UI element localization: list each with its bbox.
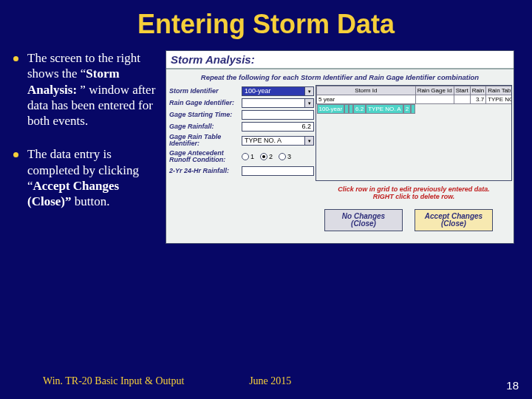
bullet-dot-icon [13, 152, 18, 157]
col-rain-gage: Rain Gage Id [415, 86, 454, 95]
label-rain-gage-id: Rain Gage Identifier: [169, 100, 242, 106]
bullet-2: The data entry is completed by clicking … [13, 146, 161, 209]
table-row[interactable]: 100-year 6.2 TYPE NO. A 2 [317, 104, 416, 114]
gage-rain-table-select[interactable]: TYPE NO. A [242, 136, 305, 146]
bullet-2-text: The data entry is completed by clicking … [27, 146, 161, 209]
bullet-1-text: The screen to the right shows the “Storm… [27, 50, 161, 129]
chevron-down-icon[interactable]: ▾ [305, 136, 314, 146]
two-yr-input[interactable] [242, 166, 314, 176]
col-storm-id: Storm Id [317, 86, 416, 95]
footer-left: Win. TR-20 Basic Input & Output [43, 375, 184, 387]
label-gage-start: Gage Starting Time: [169, 112, 242, 118]
storm-id-select[interactable]: 100-year [242, 86, 305, 96]
label-gage-rainfall: Gage Rainfall: [169, 123, 242, 130]
label-2yr: 2-Yr 24-Hr Rainfall: [169, 168, 242, 174]
gage-rainfall-input[interactable]: 6.2 [242, 122, 314, 132]
rain-gage-id-select[interactable] [242, 98, 305, 108]
label-storm-id: Storm Identifier [169, 88, 242, 95]
bullet-1: The screen to the right shows the “Storm… [13, 50, 161, 129]
label-antecedent: Gage Antecedent Runoff Condition: [169, 150, 242, 164]
accept-changes-button[interactable]: Accept Changes (Close) [415, 209, 493, 231]
arc-radio-1[interactable]: 1 [242, 153, 254, 160]
grid-hint: Click row in grid to edit previously ent… [314, 181, 514, 208]
gage-start-input[interactable] [242, 110, 314, 120]
label-gage-rain-table: Gage Rain Table Identifier: [169, 134, 242, 148]
col-rain-table: Rain Table Id [486, 86, 512, 95]
col-start: Start [454, 86, 470, 95]
page-number: 18 [506, 379, 519, 392]
footer-date: June 2015 [249, 375, 291, 387]
table-row[interactable]: 5 year 3.7 TYPE NO. A 2 [317, 95, 513, 104]
chevron-down-icon[interactable]: ▾ [305, 86, 314, 96]
no-changes-button[interactable]: No Changes (Close) [324, 209, 403, 231]
arc-radio-2[interactable]: 2 [260, 153, 273, 160]
chevron-down-icon[interactable]: ▾ [305, 98, 314, 108]
instruction-text: Repeat the following for each Storm Iden… [166, 69, 514, 85]
storm-analysis-window: Storm Analysis: Repeat the following for… [166, 50, 514, 244]
bullet-list: The screen to the right shows the “Storm… [13, 50, 166, 244]
arc-radio-3[interactable]: 3 [279, 153, 291, 160]
form-panel: Storm Identifier 100-year ▾ Rain Gage Id… [166, 85, 316, 181]
window-title: Storm Analysis: [166, 51, 514, 69]
col-rain: Rain [470, 86, 485, 95]
bullet-dot-icon [13, 56, 18, 61]
slide-title: Entering Storm Data [0, 9, 532, 40]
storm-grid[interactable]: Storm Id Rain Gage Id Start Rain Rain Ta… [316, 85, 512, 181]
